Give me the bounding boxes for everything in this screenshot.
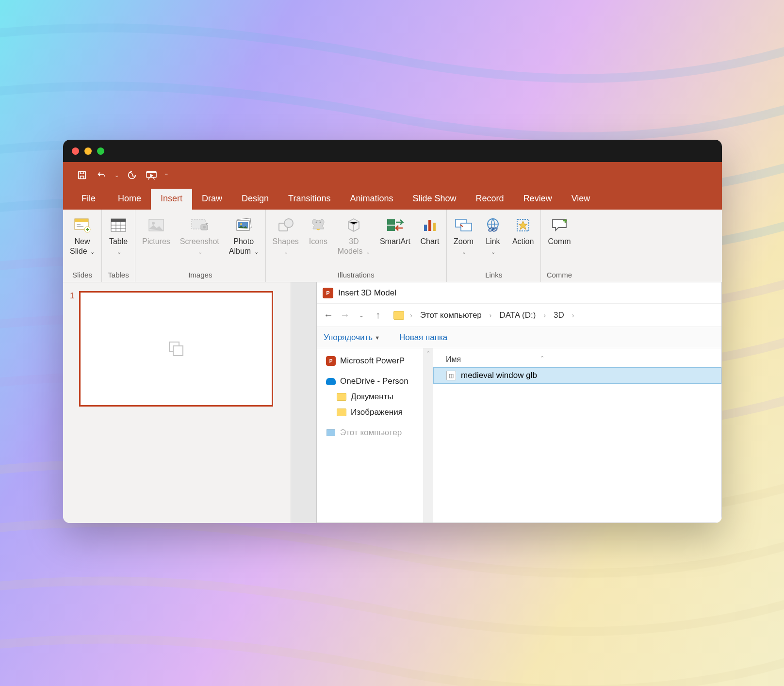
zoom-icon — [454, 215, 473, 235]
chevron-right-icon[interactable]: › — [569, 311, 577, 319]
nav-recent-dropdown[interactable]: ⌄ — [355, 309, 368, 322]
comment-label: Comm — [548, 237, 571, 246]
smartart-button[interactable]: SmartArt — [375, 213, 415, 248]
undo-dropdown-icon[interactable]: ⌄ — [113, 172, 121, 179]
group-tables-label: Tables — [108, 269, 129, 280]
new-folder-button[interactable]: Новая папка — [399, 333, 447, 343]
dialog-title: Insert 3D Model — [338, 288, 396, 298]
svg-rect-23 — [387, 219, 395, 225]
pictures-label: Pictures — [142, 237, 170, 246]
breadcrumb-folder[interactable]: 3D — [552, 310, 566, 320]
breadcrumb-drive[interactable]: DATA (D:) — [497, 310, 538, 320]
svg-rect-9 — [111, 219, 126, 222]
dialog-tree: P Microsoft PowerP OneDrive - Person Док… — [317, 348, 433, 523]
tree-label: Этот компьютер — [340, 428, 402, 438]
pictures-button[interactable]: Pictures — [137, 213, 175, 248]
save-button[interactable] — [74, 167, 90, 183]
svg-rect-0 — [79, 172, 86, 179]
comment-button[interactable]: Comm — [543, 213, 575, 248]
tree-label: Изображения — [351, 408, 403, 417]
chart-label: Chart — [420, 237, 439, 246]
tree-item-computer[interactable]: Этот компьютер — [317, 425, 433, 441]
slide-thumbnail[interactable] — [79, 291, 273, 407]
tab-home[interactable]: Home — [108, 189, 151, 210]
organize-button[interactable]: Упорядочить ▼ — [324, 333, 380, 343]
powerpoint-icon: P — [323, 288, 333, 298]
shapes-button[interactable]: Shapes⌄ — [268, 213, 304, 258]
tab-design[interactable]: Design — [232, 189, 278, 210]
screenshot-button[interactable]: Screenshot⌄ — [175, 213, 224, 258]
svg-point-11 — [152, 222, 155, 225]
file-3d-icon: ◫ — [446, 371, 456, 380]
tab-draw[interactable]: Draw — [192, 189, 232, 210]
dialog-file-list: Имя ⌃ ◫ medieval window glb — [433, 348, 721, 523]
table-button[interactable]: Table⌄ — [104, 213, 133, 258]
dialog-toolbar: Упорядочить ▼ Новая папка — [317, 327, 721, 348]
present-from-start-button[interactable] — [143, 167, 160, 183]
icons-icon — [309, 215, 328, 235]
svg-point-22 — [319, 222, 321, 223]
chart-button[interactable]: Chart — [415, 213, 444, 248]
screenshot-icon — [190, 215, 209, 235]
chevron-right-icon[interactable]: › — [540, 311, 549, 319]
tree-scrollbar[interactable]: ⌃ — [423, 348, 433, 523]
tab-file[interactable]: File — [72, 189, 108, 210]
tab-record[interactable]: Record — [466, 189, 514, 210]
nav-forward-button: → — [338, 309, 352, 322]
table-label: Table — [109, 237, 128, 245]
link-icon — [483, 215, 503, 235]
new-slide-label: New Slide — [70, 237, 90, 255]
dialog-body: P Microsoft PowerP OneDrive - Person Док… — [317, 348, 721, 523]
action-button[interactable]: Action — [507, 213, 539, 248]
tab-slideshow[interactable]: Slide Show — [403, 189, 466, 210]
tree-item-documents[interactable]: Документы — [317, 389, 433, 405]
photo-album-icon — [234, 215, 253, 235]
list-header[interactable]: Имя ⌃ — [433, 352, 721, 367]
new-slide-button[interactable]: New Slide ⌄ — [65, 213, 99, 258]
3d-models-button[interactable]: 3D Models ⌄ — [333, 213, 375, 258]
shapes-icon — [276, 215, 295, 235]
window-maximize-button[interactable] — [97, 147, 104, 155]
tree-item-images[interactable]: Изображения — [317, 405, 433, 420]
tab-transitions[interactable]: Transitions — [278, 189, 340, 210]
svg-point-18 — [240, 223, 242, 225]
breadcrumb-computer[interactable]: Этот компьютер — [418, 310, 484, 320]
link-button[interactable]: Link⌄ — [478, 213, 507, 258]
tree-label: Microsoft PowerP — [340, 356, 405, 366]
tab-review[interactable]: Review — [514, 189, 562, 210]
zoom-button[interactable]: Zoom⌄ — [449, 213, 478, 258]
chart-icon — [420, 215, 440, 235]
nav-up-button[interactable]: ↑ — [371, 309, 385, 322]
svg-point-14 — [203, 226, 206, 229]
folder-icon — [393, 311, 404, 320]
tree-item-powerpoint[interactable]: P Microsoft PowerP — [317, 353, 433, 369]
svg-rect-29 — [461, 223, 472, 231]
photo-album-button[interactable]: Photo Album ⌄ — [224, 213, 263, 258]
sort-indicator-icon: ⌃ — [540, 355, 544, 361]
tab-animations[interactable]: Animations — [340, 189, 403, 210]
folder-icon — [337, 393, 346, 401]
chevron-right-icon[interactable]: › — [487, 311, 495, 319]
window-close-button[interactable] — [72, 147, 79, 155]
folder-icon — [337, 408, 346, 416]
tab-view[interactable]: View — [562, 189, 600, 210]
file-row-selected[interactable]: ◫ medieval window glb — [433, 367, 721, 384]
ribbon-tabs: File Home Insert Draw Design Transitions… — [63, 188, 722, 210]
undo-button[interactable] — [93, 167, 110, 183]
svg-point-21 — [315, 222, 317, 223]
tab-insert[interactable]: Insert — [151, 189, 192, 210]
tree-label: OneDrive - Person — [340, 376, 408, 386]
tree-item-onedrive[interactable]: OneDrive - Person — [317, 374, 433, 389]
window-minimize-button[interactable] — [84, 147, 92, 155]
redo-button[interactable] — [124, 167, 140, 183]
chevron-right-icon[interactable]: › — [407, 311, 415, 319]
group-images-label: Images — [188, 269, 212, 280]
pictures-icon — [147, 215, 166, 235]
qat-customize-icon[interactable]: ⁼ — [163, 171, 170, 179]
slide-number: 1 — [70, 291, 74, 514]
group-illustrations-label: Illustrations — [338, 269, 375, 280]
screenshot-label: Screenshot — [180, 237, 219, 245]
icons-button[interactable]: Icons — [304, 213, 333, 248]
onedrive-icon — [326, 378, 336, 385]
nav-back-button[interactable]: ← — [322, 309, 335, 322]
